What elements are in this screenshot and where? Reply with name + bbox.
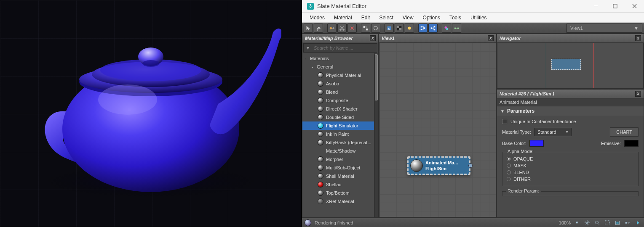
emissive-swatch[interactable] [624,140,639,147]
navigator-viewport-rect[interactable] [551,59,581,70]
svg-rect-17 [366,28,368,30]
material-item[interactable]: Physical Material [302,71,378,79]
navigator-close-icon[interactable]: x [635,35,641,41]
chart-button[interactable]: CHART [610,127,639,137]
window-minimize-button[interactable] [586,0,605,13]
tool-assign-icon[interactable] [327,24,337,33]
window-titlebar[interactable]: 3 Slate Material Editor [302,0,644,13]
svg-point-24 [408,26,411,29]
material-item[interactable]: XRef Material [302,197,378,206]
tool-cut-icon[interactable] [337,24,347,33]
material-name-field[interactable]: Animated Material [497,98,644,106]
alpha-mode-option[interactable]: DITHER [507,176,634,182]
search-input[interactable] [312,45,377,50]
zoom-level: 100% [559,220,571,225]
window-title: Slate Material Editor [317,3,366,9]
graph-close-icon[interactable]: x [488,35,494,41]
menu-tools[interactable]: Tools [445,13,465,22]
status-bar: Rendering finished 100% ▾ [302,218,644,227]
material-item[interactable]: Shellac [302,180,378,189]
material-sphere-icon [318,114,323,120]
material-node[interactable]: Animated Ma... FlightSim [407,156,470,175]
parameters-header-title: Material #26 ( FlightSim ) [500,91,554,96]
view-dropdown[interactable]: View1 ▼ [567,24,642,33]
node-type: FlightSim [425,166,458,172]
tool-pick-icon[interactable] [314,24,323,33]
unique-in-container-checkbox[interactable] [502,119,507,124]
material-item-label: Shell Material [326,174,354,179]
menu-view[interactable]: View [398,13,418,22]
material-item[interactable]: Asobo [302,79,378,88]
tool-layout-children-icon[interactable] [428,24,438,33]
node-graph-canvas[interactable]: Animated Ma... FlightSim [379,42,496,217]
navigator-header[interactable]: Navigator x [497,34,644,42]
parameters-rollout-header[interactable]: ▼ Parameters [497,106,644,116]
material-item[interactable]: Morpher [302,155,378,164]
node-output-port[interactable] [468,164,473,168]
material-item[interactable]: Composite [302,96,378,105]
menu-options[interactable]: Options [419,13,444,22]
browser-close-icon[interactable]: x [370,35,376,41]
material-item[interactable]: Shell Material [302,172,378,180]
tree-root-materials[interactable]: -Materials [302,54,378,63]
tool-delete-icon[interactable] [347,24,357,33]
menu-material[interactable]: Material [330,13,356,22]
parameters-header[interactable]: Material #26 ( FlightSim ) x [497,90,644,98]
menu-select[interactable]: Select [375,13,397,22]
alpha-mode-option[interactable]: BLEND [507,169,634,176]
browser-search[interactable]: ▾ [303,43,377,53]
material-item-label: Top/Bottom [326,190,350,195]
scrollbar-thumb[interactable] [375,54,378,100]
menu-utilities[interactable]: Utilities [466,13,491,22]
material-item[interactable]: Multi/Sub-Object [302,164,378,172]
zoom-dropdown-icon[interactable]: ▾ [573,219,581,227]
layout-all-icon[interactable] [634,219,641,227]
browser-scrollbar[interactable] [374,53,378,217]
material-item-label: XRef Material [326,199,354,204]
tool-layout-all-icon[interactable] [418,24,428,33]
tool-background-icon[interactable] [395,24,404,33]
material-sphere-icon [318,72,323,78]
tool-move-children-icon[interactable] [361,24,370,33]
svg-point-32 [446,28,448,30]
tool-pointer-icon[interactable] [304,24,313,33]
material-item[interactable]: Blend [302,88,378,96]
material-item[interactable]: Matte/Shadow [302,147,378,155]
material-item[interactable]: Flight Simulator [302,121,378,130]
parameters-close-icon[interactable]: x [635,91,641,97]
window-maximize-button[interactable] [605,0,625,13]
alpha-mode-option[interactable]: MASK [507,162,634,169]
zoom-tool-icon[interactable] [593,219,601,227]
material-item[interactable]: Ink 'n Paint [302,130,378,138]
material-item[interactable]: DirectX Shader [302,105,378,113]
tool-show-map-icon[interactable]: 0 [385,24,394,33]
material-item-label: Asobo [326,81,339,86]
browser-header[interactable]: Material/Map Browser x [302,34,378,42]
pan-icon[interactable] [583,219,591,227]
tool-param-wiring-icon[interactable] [452,24,461,33]
material-item[interactable]: Double Sided [302,113,378,121]
material-item[interactable]: Top/Bottom [302,189,378,197]
graph-header[interactable]: View1 x [379,34,496,42]
tool-backlight-icon[interactable] [405,24,414,33]
window-close-button[interactable] [625,0,644,13]
pan-to-selected-icon[interactable] [624,219,631,227]
material-type-select[interactable]: Standard ▼ [534,128,572,136]
menu-modes[interactable]: Modes [305,13,329,22]
radio-icon [507,164,511,168]
material-sphere-icon [318,106,323,112]
tool-hide-unused-icon[interactable] [371,24,380,33]
tool-material-editor-icon[interactable] [442,24,451,33]
zoom-region-icon[interactable] [614,219,621,227]
zoom-extents-icon[interactable] [604,219,611,227]
navigator-canvas[interactable] [497,42,644,89]
menu-edit[interactable]: Edit [357,13,374,22]
material-item[interactable]: KittyHawk (deprecat... [302,138,378,147]
viewport-3d[interactable] [0,0,302,227]
base-color-swatch[interactable] [529,140,544,147]
svg-rect-16 [363,26,365,27]
material-tree[interactable]: -Materials -General Physical MaterialAso… [302,53,378,217]
tree-group-general[interactable]: -General [302,63,378,71]
alpha-mode-option[interactable]: OPAQUE [507,156,634,162]
search-options-icon[interactable]: ▾ [304,45,312,51]
